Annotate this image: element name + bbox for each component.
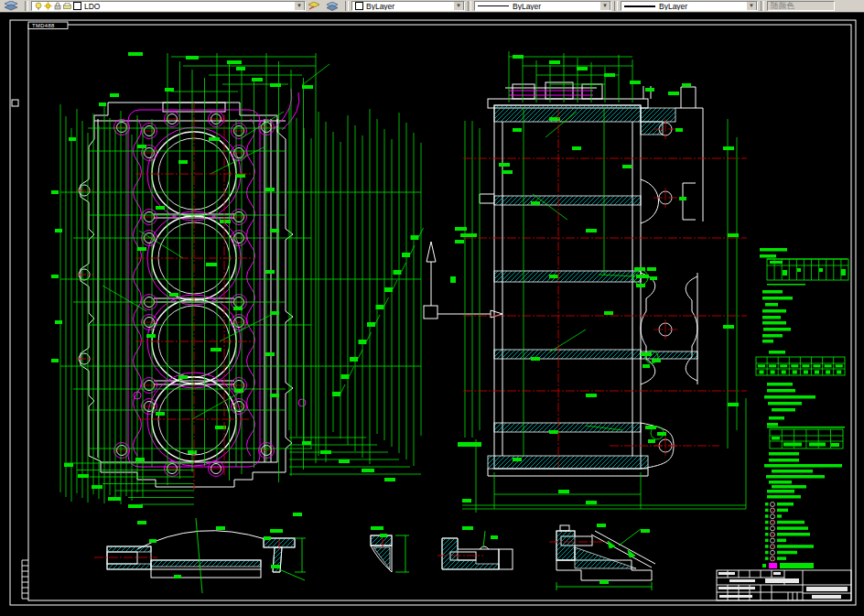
- layer-make-current-icon: [308, 2, 320, 11]
- layer-properties-button[interactable]: [2, 1, 22, 12]
- toolbar-separator: [345, 1, 349, 11]
- linetype-value: ByLayer: [513, 2, 541, 11]
- chevron-down-icon[interactable]: ▼: [294, 1, 305, 11]
- centering-mark: [12, 100, 18, 106]
- magenta-seat-lines: [509, 91, 593, 95]
- viewport-label: TMD488: [32, 23, 55, 28]
- make-object-layer-current-button[interactable]: [306, 1, 324, 12]
- title-block: [717, 570, 851, 600]
- lock-icon[interactable]: [54, 2, 61, 10]
- layers-icon: [5, 1, 18, 11]
- layer-color-swatch: [73, 2, 81, 10]
- drawing-area[interactable]: TMD488: [0, 13, 864, 616]
- color-dropdown[interactable]: ByLayer ▼: [351, 1, 465, 11]
- current-color-swatch: [355, 2, 363, 10]
- lineweight-preview: [624, 5, 655, 7]
- sun-icon[interactable]: [44, 2, 52, 10]
- ucs-icon: [424, 242, 502, 319]
- plot-style-value: 随颜色: [771, 1, 794, 11]
- layer-dropdown[interactable]: LDO ▼: [31, 1, 306, 11]
- layers-properties-toolbar: LDO ▼ ByLayer ▼ ByLayer ▼ ByLayer ▼ 随颜色: [0, 0, 864, 13]
- chevron-down-icon[interactable]: ▼: [453, 1, 464, 11]
- printer-icon[interactable]: [63, 3, 71, 10]
- layer-previous-icon: [326, 2, 339, 11]
- section-view: [480, 82, 703, 476]
- linetype-preview: [478, 5, 509, 6]
- bulb-icon[interactable]: [35, 2, 42, 10]
- chevron-down-icon[interactable]: ▼: [746, 1, 757, 11]
- plot-style-dropdown[interactable]: 随颜色: [767, 1, 835, 11]
- toolbar-separator: [614, 1, 618, 11]
- toolbar-separator: [761, 1, 764, 11]
- chevron-down-icon[interactable]: ▼: [599, 1, 610, 11]
- technical-requirements: [756, 248, 848, 568]
- drawing-canvas[interactable]: TMD488: [0, 13, 864, 616]
- toolbar-separator: [25, 1, 28, 11]
- lineweight-dropdown[interactable]: ByLayer ▼: [621, 1, 758, 11]
- layer-name: LDO: [84, 2, 100, 11]
- viewport-label-tab[interactable]: TMD488: [28, 22, 68, 29]
- lineweight-value: ByLayer: [659, 2, 687, 11]
- linetype-dropdown[interactable]: ByLayer ▼: [474, 1, 611, 11]
- layer-previous-button[interactable]: [324, 1, 342, 12]
- color-value: ByLayer: [366, 2, 394, 11]
- toolbar-separator: [468, 1, 471, 11]
- margin-scale-ticks: [22, 560, 28, 599]
